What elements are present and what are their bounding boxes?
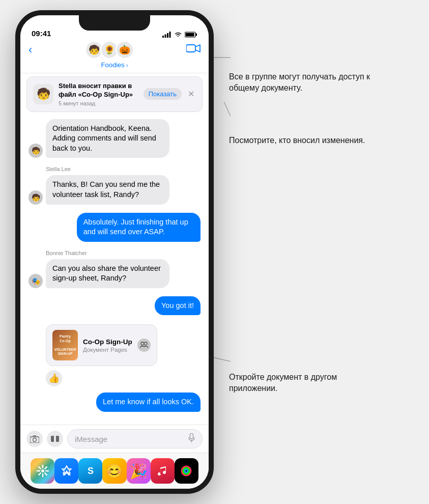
memoji1-emoji: 😊 — [105, 463, 123, 480]
svg-rect-13 — [30, 437, 39, 443]
apps-button[interactable] — [47, 431, 63, 447]
avatar-3: 🎃 — [116, 41, 134, 59]
signal-icon — [162, 32, 171, 38]
notch — [79, 15, 150, 31]
mic-icon[interactable] — [188, 433, 195, 444]
battery-icon — [185, 32, 197, 38]
svg-rect-10 — [186, 45, 195, 52]
dock-photos-icon[interactable] — [31, 458, 54, 484]
svg-rect-5 — [167, 33, 168, 38]
back-button[interactable]: ‹ — [28, 43, 32, 57]
svg-rect-4 — [165, 35, 166, 38]
message-placeholder: iMessage — [75, 435, 107, 443]
avatar: 🧒 — [28, 190, 43, 205]
notif-title: Stella вносит правки в файл «Co-Op Sign-… — [59, 82, 138, 99]
notif-content: Stella вносит правки в файл «Co-Op Sign-… — [59, 82, 138, 106]
avatar: 🧒 — [28, 144, 43, 158]
video-call-button[interactable] — [186, 43, 201, 57]
message-bubble[interactable]: Orientation Handbook, Keena. Adding comm… — [46, 119, 169, 158]
message-bubble[interactable]: Let me know if all looks OK. — [96, 393, 201, 412]
document-attachment[interactable]: PantryCo-OpVOLUNTEERSIGN-UP Co-Op Sign-U… — [46, 324, 157, 366]
chevron-icon: › — [126, 62, 128, 68]
notif-avatar: 🧒 — [33, 84, 53, 104]
messages-area: 🧒 Orientation Handbook, Keena. Adding co… — [20, 115, 209, 425]
people-icon — [140, 342, 148, 349]
message-bubble[interactable]: Thanks, B! Can you send me the volunteer… — [46, 175, 169, 204]
svg-line-23 — [45, 473, 47, 475]
dock-appstore-icon[interactable] — [54, 458, 78, 484]
svg-rect-6 — [169, 32, 171, 38]
dock-memoji1-icon[interactable]: 😊 — [102, 458, 126, 484]
camera-icon — [30, 435, 39, 443]
dock-fitness-icon[interactable] — [175, 458, 198, 484]
svg-point-12 — [144, 342, 147, 345]
svg-rect-8 — [196, 34, 197, 36]
memoji2-emoji: 🎉 — [130, 463, 148, 480]
doc-share-icon[interactable] — [137, 339, 151, 352]
svg-text:S: S — [88, 466, 94, 476]
message-bubble[interactable]: Absolutely. Just finishing that up and w… — [77, 213, 201, 242]
annotation-1: Все в группе могут получать доступ к общ… — [229, 71, 387, 94]
screen: 09:41 — [20, 15, 209, 489]
svg-point-14 — [33, 438, 37, 441]
svg-rect-3 — [162, 36, 164, 38]
group-avatars[interactable]: 🧒 🌻 🎃 — [85, 41, 134, 59]
avatar: 🎭 — [28, 274, 43, 288]
shazam-app-icon: S — [83, 464, 98, 478]
sender-name: Bonnie Thatcher — [46, 250, 201, 256]
svg-rect-9 — [186, 33, 194, 37]
dock: S 😊 🎉 — [20, 453, 209, 489]
doc-name: Co-Op Sign-Up — [83, 338, 132, 346]
svg-line-24 — [45, 467, 47, 469]
notification-banner[interactable]: 🧒 Stella вносит правки в файл «Co-Op Sig… — [26, 76, 203, 112]
appstore-app-icon — [60, 464, 74, 478]
sender-name: Stella Lee — [46, 166, 201, 172]
table-row: Absolutely. Just finishing that up and w… — [28, 213, 201, 242]
dock-music-icon[interactable] — [151, 458, 175, 484]
microphone-icon — [188, 433, 195, 442]
svg-line-22 — [39, 467, 41, 469]
notif-actions: Показать ✕ — [144, 88, 196, 100]
svg-line-1 — [224, 102, 231, 116]
show-button[interactable]: Показать — [144, 88, 182, 100]
doc-thumb-text: PantryCo-OpVOLUNTEERSIGN-UP — [52, 332, 78, 358]
status-icons — [162, 32, 197, 38]
notif-subtitle: 5 минут назад — [59, 100, 138, 106]
wifi-icon — [174, 32, 182, 38]
table-row: 🧒 Thanks, B! Can you send me the volunte… — [28, 175, 201, 204]
status-time: 09:41 — [32, 29, 51, 38]
svg-point-29 — [185, 469, 188, 472]
camera-button[interactable] — [26, 431, 43, 447]
table-row: Let me know if all looks OK. — [28, 393, 201, 412]
svg-point-11 — [141, 342, 144, 345]
doc-thumbnail: PantryCo-OpVOLUNTEERSIGN-UP — [52, 330, 78, 360]
doc-info: Co-Op Sign-Up Документ Pages — [83, 338, 132, 353]
table-row: 🧒 Orientation Handbook, Keena. Adding co… — [28, 119, 201, 158]
table-row: You got it! — [28, 296, 201, 316]
photos-app-icon — [36, 464, 50, 478]
fitness-app-icon — [180, 464, 193, 478]
svg-line-25 — [39, 473, 41, 475]
dock-memoji2-icon[interactable]: 🎉 — [127, 458, 151, 484]
doc-type: Документ Pages — [83, 347, 132, 353]
message-bubble[interactable]: You got it! — [155, 296, 201, 316]
input-area: iMessage — [20, 425, 209, 453]
message-input[interactable]: iMessage — [67, 429, 203, 449]
group-name[interactable]: Foodies › — [20, 61, 209, 69]
svg-rect-15 — [190, 433, 193, 439]
music-app-icon — [156, 465, 168, 477]
apps-icon — [51, 435, 59, 443]
dock-shazam-icon[interactable]: S — [78, 458, 102, 484]
table-row: 🎭 Can you also share the volunteer sign-… — [28, 259, 201, 288]
notif-close-button[interactable]: ✕ — [186, 89, 196, 99]
reaction-emoji[interactable]: 👍 — [46, 370, 62, 386]
annotation-3: Откройте документ в другом приложении. — [229, 372, 371, 395]
svg-point-17 — [41, 469, 44, 472]
video-icon — [186, 43, 201, 53]
message-bubble[interactable]: Can you also share the volunteer sign-up… — [46, 259, 169, 288]
table-row: PantryCo-OpVOLUNTEERSIGN-UP Co-Op Sign-U… — [28, 324, 201, 366]
phone-frame: 09:41 — [15, 10, 214, 494]
annotation-2: Посмотрите, кто вносил изменения. — [229, 135, 371, 146]
